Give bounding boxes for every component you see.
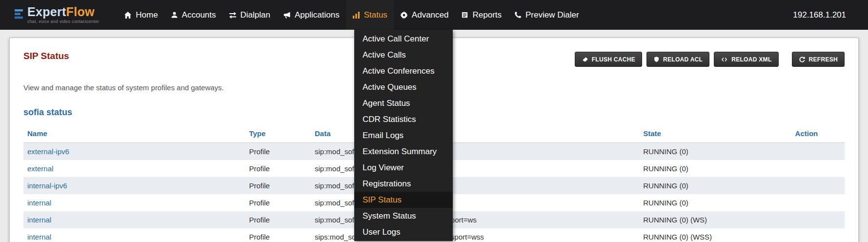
status-menu-item-active-queues[interactable]: Active Queues <box>354 79 453 95</box>
reload-acl-button[interactable]: RELOAD ACL <box>646 52 709 67</box>
nav-item-preview-dialer[interactable]: Preview Dialer <box>508 0 585 30</box>
type-cell: Profile <box>245 228 311 242</box>
report-icon <box>461 11 468 19</box>
type-cell: Profile <box>245 211 311 228</box>
main-nav: Home Accounts Dialplan Applications Stat… <box>118 0 585 30</box>
nav-label: Applications <box>295 10 340 20</box>
status-menu-item-user-logs[interactable]: User Logs <box>354 224 453 240</box>
state-cell: RUNNING (0) (WSS) <box>639 228 791 242</box>
nav-label: Home <box>136 10 158 20</box>
column-header-action[interactable]: Action <box>791 125 845 143</box>
refresh-button[interactable]: REFRESH <box>792 52 845 67</box>
brand-name: ExpertFlow <box>27 6 99 18</box>
eraser-icon <box>582 56 588 63</box>
status-menu-item-sip-status[interactable]: SIP Status <box>354 192 453 208</box>
name-cell: internal <box>23 211 245 228</box>
nav-item-dialplan[interactable]: Dialplan <box>222 0 277 30</box>
name-cell: internal-ipv6 <box>23 177 245 194</box>
type-cell: Profile <box>245 194 311 211</box>
name-cell: internal <box>23 194 245 211</box>
profile-name-link[interactable]: internal-ipv6 <box>27 182 67 190</box>
state-cell: RUNNING (0) (WS) <box>639 211 791 228</box>
state-cell: RUNNING (0) <box>639 143 791 161</box>
status-menu-item-active-calls[interactable]: Active Calls <box>354 47 453 63</box>
action-cell <box>791 177 845 194</box>
profile-name-link[interactable]: internal <box>27 216 51 224</box>
name-cell: external-ipv6 <box>23 143 245 161</box>
name-cell: internal <box>23 228 245 242</box>
action-cell <box>791 228 845 242</box>
column-header-type[interactable]: Type <box>245 125 311 143</box>
column-header-name[interactable]: Name <box>23 125 245 143</box>
profile-name-link[interactable]: internal <box>27 233 51 241</box>
nav-label: Dialplan <box>241 10 270 20</box>
column-header-state[interactable]: State <box>639 125 791 143</box>
status-menu-item-email-logs[interactable]: Email Logs <box>354 127 453 143</box>
status-menu-item-extension-summary[interactable]: Extension Summary <box>354 143 453 160</box>
nav-item-advanced[interactable]: Advanced <box>394 0 455 30</box>
status-menu-item-log-viewer[interactable]: Log Viewer <box>354 160 453 176</box>
user-icon <box>171 11 178 19</box>
state-cell: RUNNING (0) <box>639 177 791 194</box>
status-menu-item-agent-status[interactable]: Agent Status <box>354 95 453 111</box>
status-menu-item-system-status[interactable]: System Status <box>354 208 453 224</box>
reload-xml-button[interactable]: RELOAD XML <box>714 52 778 67</box>
nav-item-applications[interactable]: Applications <box>277 0 346 30</box>
code-icon <box>721 56 728 63</box>
state-cell: RUNNING (0) <box>639 160 791 177</box>
brand-tagline: chat, voice and video contactcenter <box>27 20 99 24</box>
profile-name-link[interactable]: external <box>27 164 53 173</box>
action-cell <box>791 211 845 228</box>
profile-name-link[interactable]: internal <box>27 199 51 207</box>
brand-logo[interactable]: ExpertFlow chat, voice and video contact… <box>15 6 99 24</box>
toolbar: FLUSH CACHE RELOAD ACL RELOAD XML <box>575 52 845 67</box>
name-cell: external <box>23 160 245 177</box>
nav-label: Status <box>364 10 387 20</box>
bar-chart-icon <box>352 11 360 19</box>
refresh-icon <box>799 56 806 63</box>
nav-label: Preview Dialer <box>525 10 579 20</box>
nav-item-reports[interactable]: Reports <box>455 0 508 30</box>
status-menu-item-cdr-statistics[interactable]: CDR Statistics <box>354 111 453 127</box>
profile-name-link[interactable]: external-ipv6 <box>27 147 69 156</box>
flush-cache-button[interactable]: FLUSH CACHE <box>575 52 642 67</box>
state-cell: RUNNING (0) <box>639 194 791 211</box>
type-cell: Profile <box>245 160 311 177</box>
page-title: SIP Status <box>23 51 69 61</box>
server-ip: 192.168.1.201 <box>793 10 846 20</box>
status-dropdown-menu: Active Call Center Active Calls Active C… <box>354 30 453 241</box>
type-cell: Profile <box>245 143 311 161</box>
action-cell <box>791 160 845 177</box>
logo-bars-icon <box>15 9 24 21</box>
action-cell <box>791 143 845 161</box>
action-cell <box>791 194 845 211</box>
home-icon <box>124 11 132 19</box>
nav-item-status[interactable]: Status <box>346 0 394 30</box>
type-cell: Profile <box>245 177 311 194</box>
megaphone-icon <box>283 11 291 19</box>
arrows-icon <box>229 11 237 19</box>
shield-icon <box>653 56 660 63</box>
status-menu-item-active-conferences[interactable]: Active Conferences <box>354 63 453 79</box>
status-menu-item-active-call-center[interactable]: Active Call Center <box>354 31 453 47</box>
top-navbar: ExpertFlow chat, voice and video contact… <box>0 0 868 30</box>
phone-icon <box>514 11 522 19</box>
nav-label: Reports <box>472 10 502 20</box>
nav-label: Advanced <box>412 10 449 20</box>
gear-icon <box>400 11 408 19</box>
status-menu-item-registrations[interactable]: Registrations <box>354 176 453 192</box>
nav-item-home[interactable]: Home <box>118 0 164 30</box>
nav-item-accounts[interactable]: Accounts <box>164 0 222 30</box>
nav-label: Accounts <box>182 10 216 20</box>
